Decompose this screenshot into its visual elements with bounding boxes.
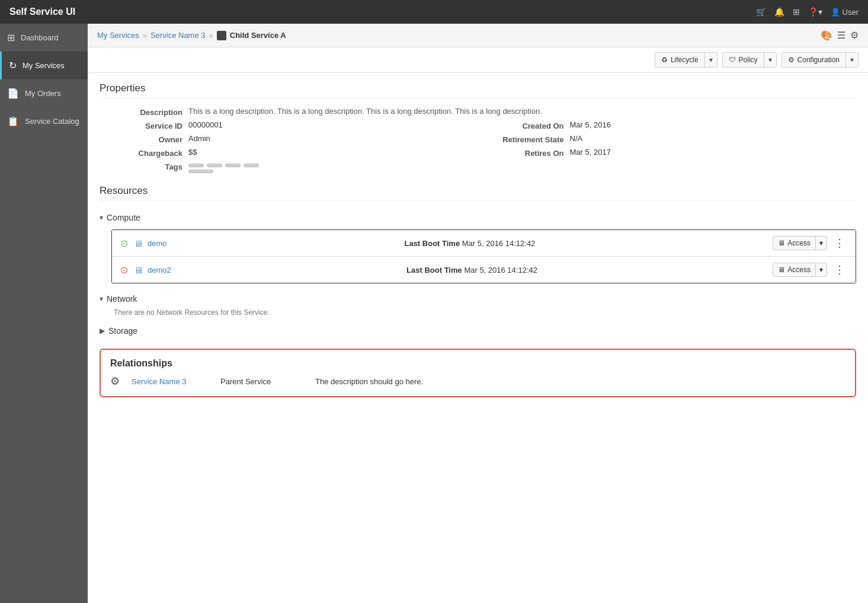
tags-row-1	[188, 164, 856, 167]
policy-button[interactable]: 🛡 Policy ▾	[722, 52, 777, 68]
demo-boot-info: Last Boot Time Mar 5, 2016 14:12:42	[167, 239, 773, 248]
resource-row-demo2: ⊙ 🖥 demo2 Last Boot Time Mar 5, 2016 14:…	[112, 257, 856, 283]
user-menu[interactable]: 👤 User	[831, 8, 859, 17]
configuration-button[interactable]: ⚙ Configuration ▾	[781, 52, 859, 68]
demo2-access-button[interactable]: 🖥 Access ▾	[773, 263, 827, 277]
properties-title: Properties	[100, 82, 856, 98]
main-layout: ⊞ Dashboard ↻ My Services 📄 My Orders 📋 …	[0, 24, 868, 603]
demo2-access-icon: 🖥	[778, 266, 785, 274]
compute-caret-icon: ▾	[100, 213, 103, 222]
compute-header[interactable]: ▾ Compute	[100, 209, 856, 226]
lifecycle-button-main[interactable]: ♻ Lifecycle	[655, 53, 705, 67]
configuration-caret[interactable]: ▾	[846, 53, 858, 67]
tag-1[interactable]	[188, 164, 204, 167]
tags-row-2	[188, 170, 856, 173]
network-caret-icon: ▾	[100, 295, 103, 303]
dashboard-icon: ⊞	[7, 32, 15, 43]
demo-name[interactable]: demo	[148, 239, 167, 248]
top-nav-icons: 🛒 🔔 ⊞ ❓▾ 👤 User	[756, 7, 859, 17]
network-empty-message: There are no Network Resources for this …	[114, 308, 856, 317]
network-header[interactable]: ▾ Network	[100, 291, 856, 307]
demo2-more-options[interactable]: ⋮	[832, 263, 847, 276]
my-orders-icon: 📄	[7, 88, 19, 99]
breadcrumb-config-icon[interactable]: ⚙	[850, 30, 859, 41]
lifecycle-button[interactable]: ♻ Lifecycle ▾	[655, 52, 718, 68]
demo2-boot-info: Last Boot Time Mar 5, 2016 14:12:42	[171, 266, 773, 275]
tag-3[interactable]	[225, 164, 241, 167]
service-catalog-icon: 📋	[7, 116, 19, 127]
breadcrumb-service-name-3[interactable]: Service Name 3	[150, 31, 205, 40]
relationship-row: ⚙ Service Name 3 Parent Service The desc…	[110, 375, 845, 388]
sidebar: ⊞ Dashboard ↻ My Services 📄 My Orders 📋 …	[0, 24, 88, 603]
owner-value: Admin	[188, 134, 475, 144]
network-label: Network	[107, 294, 137, 304]
lifecycle-label: Lifecycle	[671, 56, 699, 64]
breadcrumb-settings-icon[interactable]: 🎨	[821, 30, 832, 41]
relationship-name[interactable]: Service Name 3	[132, 377, 209, 386]
sidebar-item-my-orders-label: My Orders	[25, 89, 61, 98]
created-on-value: Mar 5, 2016	[570, 120, 857, 130]
demo-actions: 🖥 Access ▾ ⋮	[773, 236, 847, 250]
demo2-access-label: Access	[787, 266, 811, 274]
help-icon[interactable]: ❓▾	[808, 7, 822, 17]
sidebar-item-service-catalog-label: Service Catalog	[25, 117, 79, 126]
retires-on-label: Retires On	[481, 148, 564, 158]
sidebar-item-dashboard[interactable]: ⊞ Dashboard	[0, 24, 88, 52]
demo-access-label: Access	[787, 239, 811, 247]
demo-access-button[interactable]: 🖥 Access ▾	[773, 236, 827, 250]
demo2-access-main[interactable]: 🖥 Access	[773, 263, 816, 276]
demo-more-options[interactable]: ⋮	[832, 237, 847, 250]
grid-icon[interactable]: ⊞	[793, 7, 800, 17]
configuration-icon: ⚙	[788, 56, 795, 64]
resource-row-demo: ⊙ 🖥 demo Last Boot Time Mar 5, 2016 14:1…	[112, 230, 856, 257]
lifecycle-caret[interactable]: ▾	[705, 53, 717, 67]
compute-resource-box: ⊙ 🖥 demo Last Boot Time Mar 5, 2016 14:1…	[111, 229, 856, 283]
service-id-label: Service ID	[100, 120, 182, 130]
breadcrumb-list-icon[interactable]: ☰	[837, 30, 845, 41]
description-label: Description	[100, 107, 182, 117]
demo2-name[interactable]: demo2	[148, 266, 171, 275]
sidebar-item-my-orders[interactable]: 📄 My Orders	[0, 79, 88, 107]
storage-header[interactable]: ▶ Storage	[100, 323, 856, 339]
relationship-description: The description should go here.	[315, 377, 423, 386]
relationship-type: Parent Service	[220, 377, 303, 386]
cart-icon[interactable]: 🛒	[756, 7, 766, 17]
demo2-actions: 🖥 Access ▾ ⋮	[773, 263, 847, 277]
policy-label: Policy	[739, 56, 758, 64]
bell-icon[interactable]: 🔔	[774, 7, 784, 17]
demo2-computer-icon: 🖥	[134, 265, 143, 275]
compute-label: Compute	[107, 213, 140, 222]
properties-table: Description This is a long description. …	[100, 107, 856, 173]
sidebar-item-dashboard-label: Dashboard	[21, 33, 59, 42]
storage-label: Storage	[108, 326, 137, 336]
description-value: This is a long description. This is a lo…	[188, 107, 856, 117]
demo-access-main[interactable]: 🖥 Access	[773, 237, 816, 250]
demo-access-icon: 🖥	[778, 239, 785, 247]
breadcrumb-current: Child Service A	[217, 31, 286, 40]
demo2-access-caret[interactable]: ▾	[816, 263, 827, 276]
breadcrumb-sep-2: »	[209, 31, 213, 40]
breadcrumb-bar: My Services » Service Name 3 » Child Ser…	[88, 24, 868, 47]
service-id-value: 00000001	[188, 120, 475, 130]
resources-title: Resources	[100, 185, 856, 201]
policy-caret[interactable]: ▾	[764, 53, 776, 67]
my-services-icon: ↻	[9, 60, 17, 71]
tags-container	[188, 161, 856, 173]
demo-access-caret[interactable]: ▾	[816, 237, 827, 250]
breadcrumb-my-services[interactable]: My Services	[97, 31, 139, 40]
configuration-button-main[interactable]: ⚙ Configuration	[782, 53, 846, 67]
chargeback-value: $$	[188, 148, 475, 158]
sidebar-item-my-services[interactable]: ↻ My Services	[0, 52, 88, 79]
tag-4[interactable]	[244, 164, 259, 167]
relationship-icon: ⚙	[110, 375, 120, 388]
sidebar-item-my-services-label: My Services	[23, 61, 65, 70]
retirement-state-label: Retirement State	[481, 134, 564, 144]
demo2-status-icon: ⊙	[120, 264, 128, 276]
retirement-state-value: N/A	[570, 134, 857, 144]
tag-5[interactable]	[188, 170, 213, 173]
tag-2[interactable]	[207, 164, 222, 167]
demo-status-icon: ⊙	[120, 238, 128, 249]
created-on-label: Created On	[481, 120, 564, 130]
sidebar-item-service-catalog[interactable]: 📋 Service Catalog	[0, 107, 88, 135]
policy-button-main[interactable]: 🛡 Policy	[723, 53, 764, 67]
